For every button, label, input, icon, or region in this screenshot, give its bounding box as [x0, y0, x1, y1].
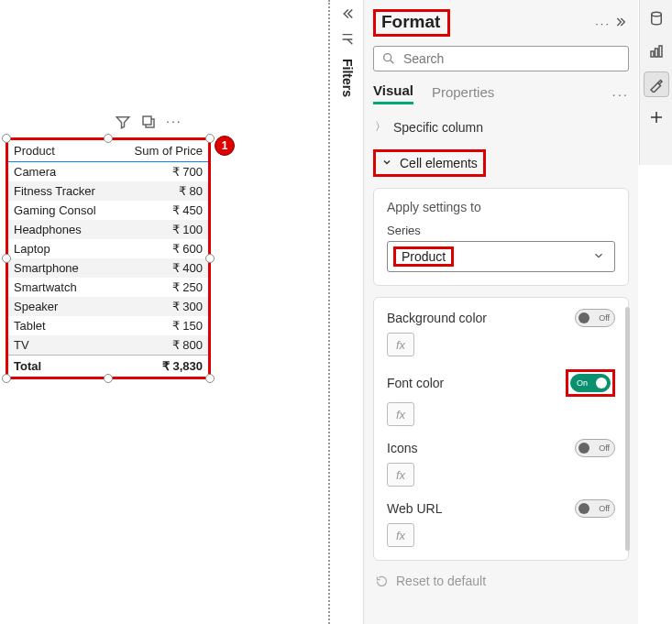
table-row[interactable]: Headphones₹ 100 — [8, 220, 208, 239]
cell-price: ₹ 600 — [116, 239, 208, 258]
column-header-price[interactable]: Sum of Price — [116, 140, 208, 162]
svg-point-2 — [651, 12, 661, 16]
table-row[interactable]: Smartphone₹ 400 — [8, 258, 208, 278]
reset-label: Reset to default — [396, 574, 486, 588]
callout-1: 1 — [215, 136, 235, 156]
cell-price: ₹ 450 — [116, 201, 208, 220]
background-color-toggle[interactable]: Off — [575, 309, 615, 327]
icons-fx-button[interactable]: fx — [387, 463, 414, 487]
pane-header-actions: ··· — [595, 15, 629, 32]
resize-handle[interactable] — [2, 134, 11, 143]
section-cell-elements[interactable]: Cell elements — [373, 149, 486, 177]
format-visual-icon[interactable] — [644, 71, 669, 97]
background-color-fx-button[interactable]: fx — [387, 333, 414, 356]
filters-label: Filters — [340, 59, 355, 97]
table-row[interactable]: Speaker₹ 300 — [8, 297, 208, 316]
cell-product: TV — [8, 335, 116, 356]
cell-price: ₹ 700 — [116, 162, 208, 182]
background-color-label: Background color — [387, 311, 487, 325]
series-select[interactable]: Product — [387, 241, 615, 272]
add-visual-icon[interactable] — [644, 104, 669, 130]
apply-settings-title: Apply settings to — [387, 200, 615, 214]
visualizations-rail — [639, 0, 672, 165]
data-table: Product Sum of Price Camera₹ 700Fitness … — [8, 140, 208, 377]
pane-title: Format — [373, 9, 450, 37]
scrollbar[interactable] — [625, 307, 630, 551]
web-url-label: Web URL — [387, 501, 442, 516]
font-color-toggle-highlight: On — [566, 369, 615, 397]
table-row[interactable]: TV₹ 800 — [8, 335, 208, 356]
focus-mode-icon[interactable] — [140, 114, 157, 133]
cell-product: Gaming Consol — [8, 201, 116, 220]
search-input[interactable]: Search — [373, 46, 629, 71]
resize-handle[interactable] — [104, 374, 113, 383]
tab-visual[interactable]: Visual — [373, 82, 413, 104]
cell-price: ₹ 250 — [116, 278, 208, 297]
format-tabs: Visual Properties ··· — [373, 82, 629, 104]
specific-column-label: Specific column — [393, 120, 483, 135]
table-row[interactable]: Tablet₹ 150 — [8, 316, 208, 335]
cell-product: Camera — [8, 162, 116, 182]
column-header-product[interactable]: Product — [8, 140, 116, 162]
collapse-left-icon[interactable] — [339, 5, 356, 25]
table-row[interactable]: Laptop₹ 600 — [8, 239, 208, 258]
series-label: Series — [387, 224, 615, 237]
resize-handle[interactable] — [104, 134, 113, 143]
resize-handle[interactable] — [2, 374, 11, 383]
resize-handle[interactable] — [2, 254, 11, 263]
chevron-down-icon — [381, 156, 392, 170]
total-value: ₹ 3,830 — [116, 356, 208, 378]
table-visual[interactable]: Product Sum of Price Camera₹ 700Fitness … — [6, 137, 211, 379]
svg-rect-0 — [143, 116, 151, 125]
resize-handle[interactable] — [205, 134, 215, 143]
filters-pane-collapsed[interactable]: Filters — [336, 5, 359, 97]
pane-more-icon[interactable]: ··· — [595, 16, 611, 30]
cell-price: ₹ 150 — [116, 316, 208, 335]
section-specific-column[interactable]: 〉 Specific column — [373, 114, 629, 140]
more-options-icon[interactable]: ··· — [166, 114, 182, 133]
search-placeholder: Search — [403, 51, 444, 66]
tabs-more-icon[interactable]: ··· — [611, 86, 629, 102]
search-icon — [381, 51, 396, 66]
cell-product: Tablet — [8, 316, 116, 335]
cell-product: Smartwatch — [8, 278, 116, 297]
table-row[interactable]: Camera₹ 700 — [8, 162, 208, 182]
reset-icon — [375, 575, 389, 588]
cell-product: Speaker — [8, 297, 116, 316]
tab-properties[interactable]: Properties — [432, 84, 494, 104]
chevron-down-icon — [592, 249, 605, 265]
font-color-fx-button[interactable]: fx — [387, 402, 414, 426]
table-row[interactable]: Gaming Consol₹ 450 — [8, 201, 208, 220]
build-visual-icon[interactable] — [644, 38, 669, 64]
svg-rect-4 — [655, 49, 657, 57]
cell-product: Headphones — [8, 220, 116, 239]
format-pane: Format ··· Search Visual Properties ··· … — [363, 0, 638, 624]
cell-price: ₹ 80 — [116, 181, 208, 201]
filter-icon[interactable] — [115, 114, 131, 133]
cell-price: ₹ 800 — [116, 335, 208, 356]
table-row[interactable]: Smartwatch₹ 250 — [8, 278, 208, 297]
web-url-toggle[interactable]: Off — [575, 499, 615, 518]
cell-elements-label: Cell elements — [400, 156, 478, 170]
visual-toolbar: ··· — [115, 114, 182, 133]
reset-to-default[interactable]: Reset to default — [373, 561, 629, 594]
table-header-row: Product Sum of Price — [8, 140, 208, 162]
font-color-toggle[interactable]: On — [570, 374, 611, 392]
total-label: Total — [8, 356, 116, 378]
pane-header: Format ··· — [373, 7, 629, 38]
filters-rail-icon — [340, 32, 355, 49]
apply-settings-card: Apply settings to Series Product — [373, 188, 629, 286]
svg-rect-5 — [659, 46, 662, 57]
web-url-fx-button[interactable]: fx — [387, 523, 414, 547]
resize-handle[interactable] — [205, 254, 215, 263]
table-row[interactable]: Fitness Tracker₹ 80 — [8, 181, 208, 201]
svg-point-1 — [384, 54, 391, 61]
chevron-right-icon: 〉 — [375, 119, 386, 135]
icons-toggle[interactable]: Off — [575, 439, 615, 457]
data-pane-icon[interactable] — [644, 5, 669, 31]
svg-rect-3 — [651, 51, 654, 57]
cell-price: ₹ 400 — [116, 258, 208, 278]
expand-right-icon[interactable] — [614, 15, 629, 32]
cell-product: Laptop — [8, 239, 116, 258]
resize-handle[interactable] — [205, 374, 215, 383]
